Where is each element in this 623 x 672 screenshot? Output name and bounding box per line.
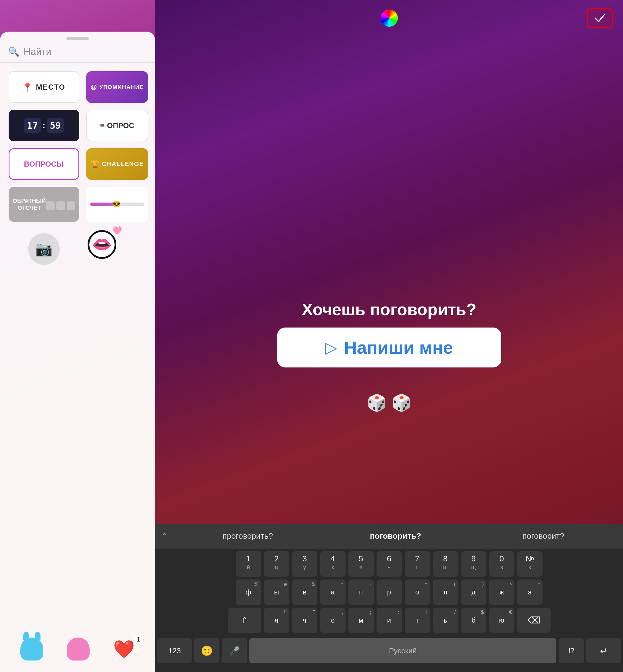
key-emoji[interactable]: 🙂 [194,638,219,663]
story-title: Хочешь поговорить? [302,300,476,319]
key-microphone[interactable]: 🎤 [222,638,247,663]
sticker-camera[interactable]: 📷 [9,229,79,269]
key-*-а[interactable]: *а [320,580,346,605]
suggestions-expand-icon[interactable]: ⌃ [161,531,168,541]
sticker-challenge-label: CHALLENGE [102,160,144,168]
key-euro-ю[interactable]: €ю [489,608,514,633]
key-8-ш[interactable]: 8ш [433,551,458,577]
heart-badge: 🩷 [112,226,122,235]
bottom-characters-row: ❤️ 1 [0,632,155,666]
sticker-picker-sheet: 🔍 Найти 📍 МЕСТО @ УПОМИНАНИЕ #ХЭШТЕГ [0,32,155,672]
key-x-ж[interactable]: ×ж [489,580,514,605]
sticker-upominanie[interactable]: @ УПОМИНАНИЕ [86,71,148,103]
character-pink [67,638,90,661]
sticker-grid: 📍 МЕСТО @ УПОМИНАНИЕ #ХЭШТЕГ 17 : 59 [0,63,155,278]
done-button[interactable] [587,8,613,28]
key-slash-ь[interactable]: /ь [433,608,458,633]
time-minutes: 59 [47,118,64,133]
key-123[interactable]: 123 [157,638,192,663]
key-#-ы[interactable]: #ы [264,580,289,605]
heart-reaction[interactable]: ❤️ 1 [113,638,135,661]
key-3-у[interactable]: 3у [292,551,317,577]
sticker-opros[interactable]: ≡ ОПРОС [86,110,148,141]
suggestions-bar: ⌃ проговорить? поговорить? поговорит? [155,524,623,549]
shift-key[interactable]: ⇧ [228,608,261,633]
key-semi-м[interactable]: ;м [348,608,374,633]
search-icon: 🔍 [8,46,20,57]
sticker-voprosy[interactable]: ВОПРОСЫ [9,148,79,180]
key-excl-т[interactable]: !т [405,608,430,633]
sheet-handle [66,37,89,40]
key-=-о[interactable]: =о [405,580,430,605]
key-colon-и[interactable]: :и [377,608,402,633]
suggestion-3[interactable]: поговорит? [469,529,617,543]
top-bar [155,0,623,28]
keyboard-rows: 1й 2ц 3у 4к 5е 6н 7г 8ш 9щ 0з №х @ф #ы &… [155,549,623,633]
key---п[interactable]: -п [348,580,374,605]
sticker-upominanie-label: УПОМИНАНИЕ [99,84,144,90]
left-panel: 🔍 Найти 📍 МЕСТО @ УПОМИНАНИЕ #ХЭШТЕГ [0,0,155,672]
time-hours: 17 [24,118,41,133]
search-placeholder: Найти [24,46,52,57]
keyboard: ⌃ проговорить? поговорить? поговорит? 1й… [155,524,623,672]
key-)-д[interactable]: )д [461,580,486,605]
napishi-btn-label: Напиши мне [344,337,453,358]
key-5-е[interactable]: 5е [348,551,374,577]
napishi-me-button[interactable]: ▷ Напиши мне [277,327,501,368]
key-6-н[interactable]: 6н [377,551,402,577]
number-row: 1й 2ц 3у 4к 5е 6н 7г 8ш 9щ 0з №х [157,551,621,577]
character-blue [20,638,43,661]
sticker-mesto[interactable]: 📍 МЕСТО [9,71,79,103]
key-4-к[interactable]: 4к [320,551,346,577]
color-picker[interactable] [381,9,398,27]
slider-track: 😎 [90,203,145,206]
key-div-э[interactable]: ÷э [517,580,542,605]
key-7-г[interactable]: 7г [405,551,430,577]
key-(-л[interactable]: (л [433,580,458,605]
sticker-opros-label: ОПРОС [107,121,135,130]
key-nomer-х[interactable]: №х [517,551,542,577]
sticker-time[interactable]: 17 : 59 [9,110,79,141]
send-arrow-icon: ▷ [325,339,337,356]
key-+-р[interactable]: +р [377,580,402,605]
backspace-key[interactable]: ⌫ [517,608,551,633]
suggestion-2[interactable]: поговорить? [322,529,470,543]
suggestion-1[interactable]: проговорить? [174,529,322,543]
key-punctuation[interactable]: !? [559,638,584,663]
key-1-й[interactable]: 1й [236,551,261,577]
sticker-mesto-label: МЕСТО [36,83,65,92]
key-space[interactable]: Русский [249,638,556,663]
camera-icon: 📷 [28,233,60,265]
key-dollar-б[interactable]: $б [461,608,486,633]
key-quot-ч[interactable]: "ч [292,608,317,633]
sticker-slider[interactable]: 😎 [86,187,148,222]
sticker-countdown[interactable]: ОБРАТНЫЙ ОТСЧЕТ [9,187,79,222]
right-panel: Хочешь поговорить? ▷ Напиши мне 🎲 🎲 ⌃ пр… [155,0,623,672]
key-9-щ[interactable]: 9щ [461,551,486,577]
dice-icon-1: 🎲 [367,393,387,412]
key-return[interactable]: ↵ [586,638,621,663]
at-icon: @ [91,83,97,91]
sticker-challenge[interactable]: 🏆 CHALLENGE [86,148,148,180]
countdown-label: ОБРАТНЫЙ ОТСЧЕТ [12,197,46,211]
keyboard-bottom-bar: 123 🙂 🎤 Русский !? ↵ [155,636,623,672]
sticker-voprosy-label: ВОПРОСЫ [24,160,64,169]
dice-area: 🎲 🎲 [367,393,412,412]
key-2-ц[interactable]: 2ц [264,551,289,577]
key-р-я[interactable]: Ря [264,608,289,633]
slider-thumb: 😎 [112,200,120,208]
pin-icon: 📍 [22,83,33,92]
keyboard-row-3: ⇧ Ря "ч ,с ;м :и !т /ь $б €ю ⌫ [157,608,621,633]
keyboard-row-2: @ф #ы &в *а -п +р =о (л )д ×ж ÷э [157,580,621,605]
dice-icon-2: 🎲 [391,393,412,412]
sticker-mouth[interactable]: 👄 🩷 [86,229,118,260]
key-comma-с[interactable]: ,с [320,608,346,633]
list-icon: ≡ [100,121,104,129]
key-0-з[interactable]: 0з [489,551,514,577]
key-&-в[interactable]: &в [292,580,317,605]
key-@-ф[interactable]: @ф [236,580,261,605]
trophy-icon: 🏆 [91,160,100,168]
search-bar[interactable]: 🔍 Найти [0,40,155,63]
